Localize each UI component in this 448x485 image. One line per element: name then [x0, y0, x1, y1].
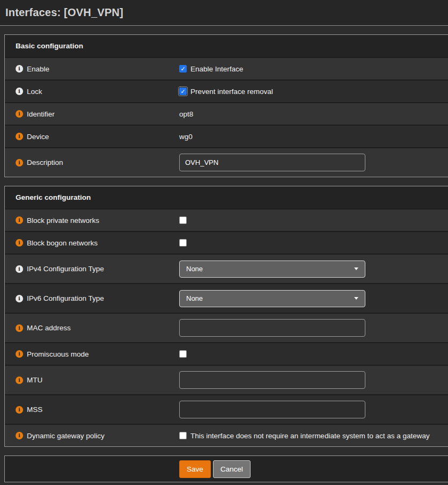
control-cell-ipv6-configuration-type: None: [179, 290, 448, 307]
field-label-identifier: Identifier: [27, 110, 55, 118]
description-input[interactable]: [179, 154, 365, 171]
info-orange-icon[interactable]: i: [16, 133, 23, 140]
field-label-ipv6-configuration-type: IPv6 Configuration Type: [27, 294, 104, 302]
panel-basic-configuration: Basic configurationiEnableEnable Interfa…: [4, 34, 448, 177]
label-cell-block-bogon-networks: iBlock bogon networks: [5, 239, 179, 247]
field-label-mac-address: MAC address: [27, 324, 71, 332]
enable-checkbox[interactable]: [179, 65, 187, 73]
form-row-ipv4-configuration-type: iIPv4 Configuration TypeNone: [5, 254, 448, 283]
field-label-dynamic-gateway-policy: Dynamic gateway policy: [27, 432, 105, 440]
form-row-mtu: iMTU: [5, 365, 448, 394]
content: Basic configurationiEnableEnable Interfa…: [0, 26, 448, 482]
info-orange-icon[interactable]: i: [16, 239, 23, 247]
field-label-ipv4-configuration-type: IPv4 Configuration Type: [27, 265, 104, 273]
control-cell-description: [179, 154, 448, 171]
label-cell-mtu: iMTU: [5, 376, 179, 384]
control-cell-block-private-networks: [179, 216, 448, 224]
info-orange-icon[interactable]: i: [16, 350, 23, 358]
form-row-ipv6-configuration-type: iIPv6 Configuration TypeNone: [5, 283, 448, 313]
field-label-lock: Lock: [27, 88, 42, 96]
block-bogon-networks-checkbox[interactable]: [179, 239, 187, 247]
lock-checkbox[interactable]: [179, 88, 187, 95]
section-title-basic-configuration: Basic configuration: [5, 35, 448, 57]
block-private-networks-checkbox[interactable]: [179, 216, 187, 224]
field-label-device: Device: [27, 133, 49, 141]
panel-actions: Save Cancel: [4, 455, 448, 482]
info-orange-icon[interactable]: i: [16, 324, 23, 332]
mac-address-input[interactable]: [179, 319, 365, 337]
info-white-icon[interactable]: i: [16, 88, 23, 95]
page-title: Interfaces: [OVH_VPN]: [0, 6, 123, 19]
label-cell-mss: iMSS: [5, 406, 179, 414]
form-row-device: iDevicewg0: [5, 125, 448, 147]
label-cell-mac-address: iMAC address: [5, 324, 179, 332]
ipv4-configuration-type-select[interactable]: None: [179, 260, 365, 278]
mtu-input[interactable]: [179, 371, 365, 389]
info-white-icon[interactable]: i: [16, 65, 23, 73]
control-cell-identifier: opt8: [179, 110, 448, 118]
field-label-description: Description: [27, 158, 63, 167]
label-cell-ipv4-configuration-type: iIPv4 Configuration Type: [5, 265, 179, 273]
label-cell-lock: iLock: [5, 88, 179, 96]
save-button[interactable]: Save: [179, 460, 211, 478]
cancel-button[interactable]: Cancel: [213, 460, 251, 478]
control-cell-lock: Prevent interface removal: [179, 88, 448, 96]
label-cell-device: iDevice: [5, 133, 179, 141]
field-label-block-bogon-networks: Block bogon networks: [27, 239, 98, 247]
form-row-block-private-networks: iBlock private networks: [5, 208, 448, 231]
field-label-mss: MSS: [27, 406, 42, 414]
info-orange-icon[interactable]: i: [16, 110, 23, 118]
info-white-icon[interactable]: i: [16, 265, 23, 273]
promiscuous-mode-checkbox[interactable]: [179, 350, 187, 358]
form-row-description: iDescription: [5, 147, 448, 177]
form-row-enable: iEnableEnable Interface: [5, 57, 448, 79]
field-label-mtu: MTU: [27, 376, 42, 384]
ipv6-configuration-type-select[interactable]: None: [179, 290, 365, 307]
control-cell-block-bogon-networks: [179, 239, 448, 247]
info-orange-icon[interactable]: i: [16, 406, 23, 414]
selected-value-ipv6-configuration-type: None: [186, 294, 203, 302]
form-row-lock: iLockPrevent interface removal: [5, 79, 448, 102]
label-cell-block-private-networks: iBlock private networks: [5, 216, 179, 225]
label-cell-ipv6-configuration-type: iIPv6 Configuration Type: [5, 294, 179, 302]
form-row-identifier: iIdentifieropt8: [5, 102, 448, 125]
field-value-device: wg0: [179, 133, 193, 141]
chevron-down-icon: [354, 267, 358, 270]
field-label-enable: Enable: [27, 65, 49, 73]
control-cell-mac-address: [179, 319, 448, 337]
info-orange-icon[interactable]: i: [16, 377, 23, 384]
dynamic-gateway-policy-checkbox[interactable]: [179, 432, 187, 439]
checkbox-label-dynamic-gateway-policy: This interface does not require an inter…: [190, 432, 430, 440]
label-cell-promiscuous-mode: iPromiscuous mode: [5, 350, 179, 358]
control-cell-ipv4-configuration-type: None: [179, 260, 448, 278]
info-white-icon[interactable]: i: [16, 295, 23, 302]
chevron-down-icon: [354, 297, 358, 300]
label-cell-dynamic-gateway-policy: iDynamic gateway policy: [5, 432, 179, 440]
selected-value-ipv4-configuration-type: None: [186, 265, 203, 273]
control-cell-device: wg0: [179, 133, 448, 141]
field-label-promiscuous-mode: Promiscuous mode: [27, 350, 89, 358]
field-label-block-private-networks: Block private networks: [27, 216, 99, 225]
form-row-dynamic-gateway-policy: iDynamic gateway policyThis interface do…: [5, 424, 448, 446]
label-cell-identifier: iIdentifier: [5, 110, 179, 118]
checkbox-label-lock: Prevent interface removal: [190, 88, 273, 96]
form-row-promiscuous-mode: iPromiscuous mode: [5, 342, 448, 365]
field-value-identifier: opt8: [179, 110, 193, 118]
form-row-block-bogon-networks: iBlock bogon networks: [5, 231, 448, 254]
label-cell-description: iDescription: [5, 158, 179, 167]
control-cell-mss: [179, 401, 448, 418]
checkbox-label-enable: Enable Interface: [190, 65, 243, 73]
info-orange-icon[interactable]: i: [16, 216, 23, 224]
mss-input[interactable]: [179, 401, 365, 418]
control-cell-enable: Enable Interface: [179, 65, 448, 73]
control-cell-mtu: [179, 371, 448, 389]
panel-generic-configuration: Generic configurationiBlock private netw…: [4, 186, 448, 447]
form-row-mss: iMSS: [5, 394, 448, 424]
control-cell-dynamic-gateway-policy: This interface does not require an inter…: [179, 432, 448, 440]
section-title-generic-configuration: Generic configuration: [5, 186, 448, 208]
info-orange-icon[interactable]: i: [16, 432, 23, 439]
page-header: Interfaces: [OVH_VPN]: [0, 0, 448, 26]
control-cell-promiscuous-mode: [179, 350, 448, 358]
info-orange-icon[interactable]: i: [16, 159, 23, 167]
form-row-mac-address: iMAC address: [5, 313, 448, 342]
